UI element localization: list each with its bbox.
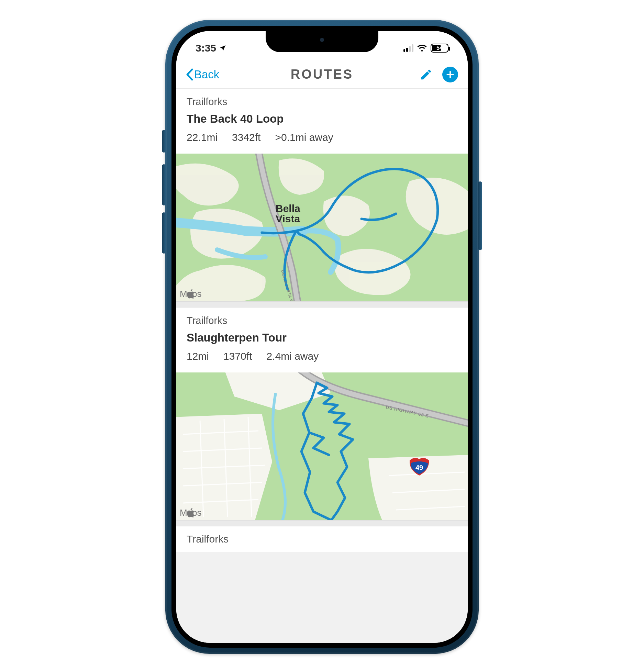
battery-indicator: 54 (431, 44, 448, 53)
chevron-left-icon (185, 68, 193, 81)
route-map[interactable]: US HIGHWAY 62 E (176, 372, 468, 520)
map-canvas: Bella Vista BELLA VISTA WAY (176, 154, 468, 301)
volume-up (162, 164, 166, 205)
apple-icon (180, 289, 202, 299)
wifi-icon (417, 44, 427, 52)
svg-text:Vista: Vista (276, 213, 300, 224)
back-label: Back (194, 68, 219, 81)
divider (176, 301, 468, 308)
route-map[interactable]: Bella Vista BELLA VISTA WAY Maps (176, 154, 468, 301)
route-stats: 12mi 1370ft 2.4mi away (187, 350, 457, 362)
maps-attribution: Maps (180, 289, 202, 299)
route-name: Slaughterpen Tour (187, 331, 457, 344)
route-card[interactable]: Trailforks Slaughterpen Tour 12mi 1370ft… (176, 308, 468, 520)
interstate-number: 49 (415, 464, 423, 471)
route-source: Trailforks (176, 526, 468, 552)
map-place-label: Bella (276, 203, 300, 214)
status-time: 3:35 (196, 42, 216, 54)
phone-frame: 3:35 54 (165, 20, 479, 654)
route-distance: 22.1mi (187, 132, 218, 143)
route-name: The Back 40 Loop (187, 112, 457, 125)
edit-icon[interactable] (420, 68, 433, 81)
power-button (478, 181, 482, 250)
route-distance: 12mi (187, 350, 209, 362)
route-stats: 22.1mi 3342ft >0.1mi away (187, 132, 457, 143)
routes-list[interactable]: Trailforks The Back 40 Loop 22.1mi 3342f… (176, 89, 468, 643)
route-card[interactable]: Trailforks The Back 40 Loop 22.1mi 3342f… (176, 89, 468, 301)
route-elevation: 3342ft (232, 132, 260, 143)
volume-down (162, 212, 166, 254)
page-title: ROUTES (291, 67, 353, 82)
mute-switch (162, 130, 166, 153)
route-elevation: 1370ft (223, 350, 252, 362)
add-button[interactable] (442, 67, 458, 82)
route-away: >0.1mi away (275, 132, 333, 143)
map-canvas: US HIGHWAY 62 E (176, 372, 468, 520)
route-source: Trailforks (187, 96, 457, 108)
plus-icon (446, 70, 455, 79)
back-button[interactable]: Back (185, 60, 219, 88)
notch (266, 31, 378, 52)
apple-icon (180, 507, 202, 518)
maps-attribution: Maps (180, 507, 202, 518)
battery-level: 54 (436, 45, 443, 51)
route-away: 2.4mi away (266, 350, 319, 362)
nav-bar: Back ROUTES (176, 60, 468, 89)
route-card[interactable]: Trailforks (176, 526, 468, 552)
screen: 3:35 54 (176, 31, 468, 643)
cellular-signal-icon (403, 44, 413, 52)
route-source: Trailforks (187, 315, 457, 326)
divider (176, 520, 468, 526)
location-arrow-icon (219, 44, 226, 52)
